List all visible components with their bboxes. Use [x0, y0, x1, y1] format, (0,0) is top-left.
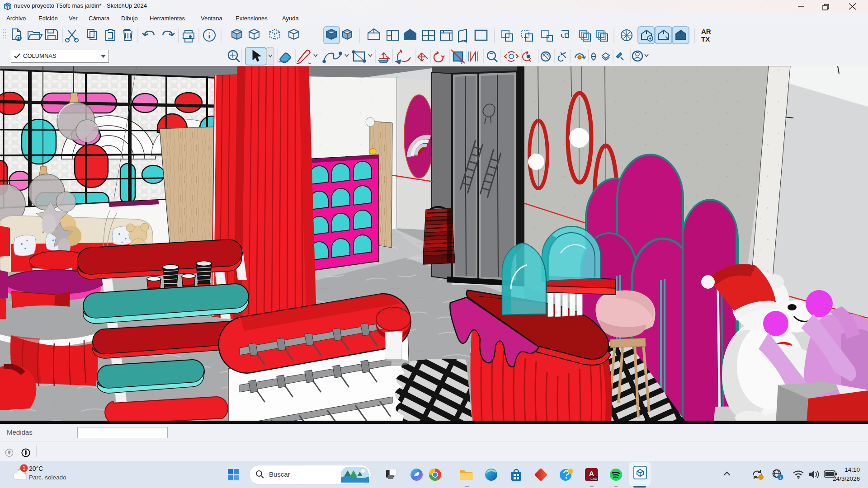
svg-text:AR: AR	[701, 28, 711, 35]
svg-text:CAD: CAD	[590, 477, 597, 480]
svg-text:i: i	[780, 475, 781, 480]
svg-text:TX: TX	[701, 35, 710, 43]
svg-text:A: A	[589, 469, 594, 477]
svg-text:1: 1	[23, 465, 26, 471]
